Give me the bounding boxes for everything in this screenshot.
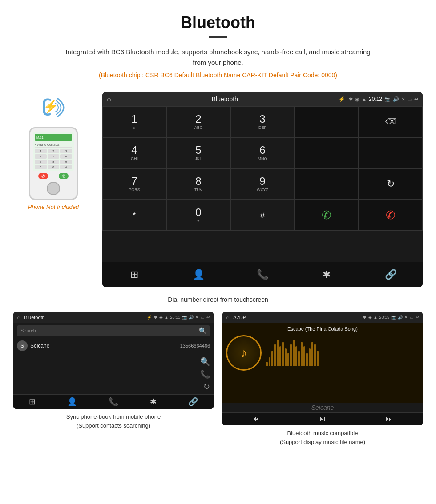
key-0[interactable]: 0 + <box>166 200 230 231</box>
pb-home-icon[interactable]: ⌂ <box>17 314 20 320</box>
pb-nav-bt[interactable]: ✱ <box>150 397 157 407</box>
key-2[interactable]: 2 ABC <box>166 106 230 137</box>
pb-usb-icon: ⚡ <box>147 315 152 320</box>
music-caption: Bluetooth music compatible (Support disp… <box>222 429 423 446</box>
music-note-icon: ♪ <box>241 345 247 360</box>
close-icon[interactable]: ✕ <box>401 96 405 102</box>
page-header: Bluetooth Integrated with BC6 Bluetooth … <box>0 0 436 92</box>
seicane-text: Seicane <box>311 404 334 411</box>
music-screen-title: A2DP <box>231 315 360 320</box>
dial-statusbar: ⌂ Bluetooth ⚡ ✱ ◉ ▲ 20:12 📷 🔊 ✕ ▭ ↩ <box>102 92 423 106</box>
music-signal-icon: ▲ <box>374 315 378 320</box>
contact-row[interactable]: S Seicane 13566664466 <box>13 338 214 354</box>
music-loc-icon: ◉ <box>368 315 372 320</box>
music-statusbar: ⌂ A2DP ✱ ◉ ▲ 20:15 📷 🔊 ✕ ▭ ↩ <box>222 312 423 323</box>
bluetooth-status-icon: ✱ <box>349 96 353 102</box>
music-back-icon[interactable]: ↩ <box>416 315 419 320</box>
pb-caption-line1: Sync phone-book from mobile phone <box>66 413 161 420</box>
nav-phone-icon[interactable]: 📞 <box>254 266 271 284</box>
key-call-green[interactable]: ✆ <box>295 200 359 231</box>
status-icons: ✱ ◉ ▲ 20:12 📷 🔊 ✕ ▭ ↩ <box>349 96 418 102</box>
phone-mockup: M:21 + Add to Contacts 1 2 3 4 5 6 7 8 9… <box>29 127 78 200</box>
music-main-area: ♪ <box>226 335 419 371</box>
phonebook-screen: ⌂ Bluetooth ⚡ ✱ ◉ ▲ 20:11 📷 🔊 ✕ ▭ ↩ Sear… <box>13 312 214 409</box>
pb-refresh-side-icon[interactable]: ↻ <box>203 382 210 392</box>
pb-call-side-icon[interactable]: 📞 <box>200 369 210 379</box>
music-song-title: Escape (The Pina Colada Song) <box>287 326 358 332</box>
music-play-btn[interactable]: ⏯ <box>319 415 326 423</box>
phone-illustration: ʗ ⚡ M:21 + Add to Contacts 1 2 3 <box>13 92 93 210</box>
key-display <box>295 106 359 137</box>
pb-rect-icon: ▭ <box>201 315 205 320</box>
music-cam-icon: 📷 <box>391 315 396 320</box>
main-section: ʗ ⚡ M:21 + Add to Contacts 1 2 3 <box>0 92 436 287</box>
nav-link-icon[interactable]: 🔗 <box>382 266 400 284</box>
phone-key-1: 1 <box>35 149 47 153</box>
pb-vol-icon: 🔊 <box>189 315 194 320</box>
phone-screen: M:21 + Add to Contacts 1 2 3 4 5 6 7 8 9… <box>33 132 74 171</box>
pb-statusbar: ⌂ Bluetooth ⚡ ✱ ◉ ▲ 20:11 📷 🔊 ✕ ▭ ↩ <box>13 312 214 323</box>
dial-caption-text: Dial number direct from touchscreen <box>168 296 268 303</box>
key-hash[interactable]: # <box>230 200 295 231</box>
key-4[interactable]: 4 GHI <box>102 137 166 168</box>
key-3[interactable]: 3 DEF <box>230 106 295 137</box>
nav-grid-icon[interactable]: ⊞ <box>125 266 143 284</box>
svg-text:⚡: ⚡ <box>43 99 59 114</box>
key-empty-2 <box>359 137 423 168</box>
volume-icon: 🔊 <box>393 96 399 102</box>
phonebook-search[interactable]: Search 🔍 <box>17 325 210 336</box>
phone-key-4: 4 <box>35 154 47 159</box>
music-vol-icon: 🔊 <box>398 315 403 320</box>
bluetooth-signal-icon: ʗ ⚡ <box>38 92 69 123</box>
phone-home-button <box>47 182 60 195</box>
pb-nav-link[interactable]: 🔗 <box>188 397 198 407</box>
keypad-area: 1 ⌂ 2 ABC 3 DEF ⌫ 4 GHI 5 JKL <box>102 106 423 262</box>
phone-key-9: 9 <box>60 160 72 164</box>
pb-loc-icon: ◉ <box>159 315 163 320</box>
nav-bluetooth-icon[interactable]: ✱ <box>318 266 335 284</box>
music-home-icon[interactable]: ⌂ <box>226 314 229 320</box>
key-1[interactable]: 1 ⌂ <box>102 106 166 137</box>
key-8[interactable]: 8 TUV <box>166 168 230 200</box>
pb-caption: Sync phone-book from mobile phone (Suppo… <box>13 412 214 430</box>
phone-key-star: * <box>35 165 47 169</box>
pb-back-icon[interactable]: ↩ <box>206 315 210 320</box>
phone-key-hash: # <box>60 165 72 169</box>
music-close-icon[interactable]: ✕ <box>404 315 408 320</box>
pb-signal-icon: ▲ <box>165 315 169 320</box>
phone-key-2: 2 <box>48 149 60 153</box>
key-7[interactable]: 7 PQRS <box>102 168 166 200</box>
key-call-red[interactable]: ✆ <box>359 200 423 231</box>
key-9[interactable]: 9 WXYZ <box>230 168 295 200</box>
pb-search-side-icon[interactable]: 🔍 <box>200 357 210 367</box>
pb-nav-grid[interactable]: ⊞ <box>29 397 36 407</box>
pb-nav-phone[interactable]: 📞 <box>109 397 118 407</box>
dial-caption: Dial number direct from touchscreen <box>0 296 436 303</box>
home-icon[interactable]: ⌂ <box>107 95 111 103</box>
page-description: Integrated with BC6 Bluetooth module, su… <box>62 47 374 68</box>
key-5[interactable]: 5 JKL <box>166 137 230 168</box>
pb-cam-icon: 📷 <box>182 315 187 320</box>
music-caption-line1: Bluetooth music compatible <box>287 430 358 436</box>
key-empty-1 <box>295 137 359 168</box>
music-prev-btn[interactable]: ⏮ <box>252 415 259 423</box>
pb-caption-line2: (Support contacts searching) <box>77 422 150 429</box>
search-icon[interactable]: 🔍 <box>199 327 206 334</box>
back-icon[interactable]: ↩ <box>414 96 418 102</box>
usb-icon: ⚡ <box>339 96 345 102</box>
key-6[interactable]: 6 MNO <box>230 137 295 168</box>
page-specs: (Bluetooth chip : CSR BC6 Default Blueto… <box>9 72 427 79</box>
music-status-icons: ✱ ◉ ▲ 20:15 📷 🔊 ✕ ▭ ↩ <box>363 315 419 320</box>
nav-contacts-icon[interactable]: 👤 <box>190 266 207 284</box>
pb-close-icon[interactable]: ✕ <box>195 315 199 320</box>
phone-end-call-btn: ✆ <box>38 173 48 179</box>
key-backspace[interactable]: ⌫ <box>359 106 423 137</box>
page-title: Bluetooth <box>9 13 427 32</box>
key-star[interactable]: * <box>102 200 166 231</box>
phone-key-0: 0 <box>48 165 60 169</box>
seicane-watermark: Seicane <box>222 403 423 412</box>
key-redial[interactable]: ↻ <box>359 168 423 200</box>
pb-nav-contacts[interactable]: 👤 <box>67 397 77 407</box>
contact-number: 13566664466 <box>180 343 210 348</box>
music-next-btn[interactable]: ⏭ <box>386 415 393 423</box>
